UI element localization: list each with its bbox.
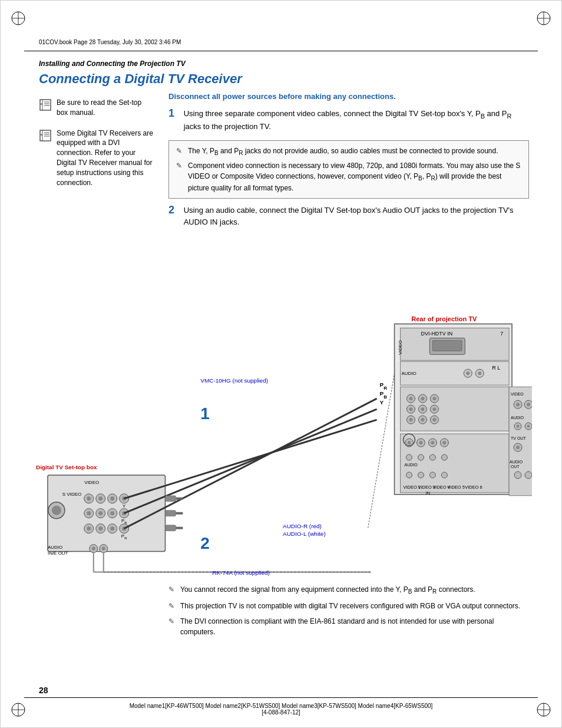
svg-rect-106	[48, 475, 166, 552]
svg-point-83	[441, 472, 447, 478]
svg-point-53	[432, 407, 436, 411]
svg-point-119	[87, 511, 91, 515]
svg-point-49	[409, 407, 412, 411]
svg-rect-148	[176, 498, 183, 500]
bottom-border	[24, 697, 538, 698]
sidebar-note-1-text: Be sure to read the Set-top box manual.	[57, 98, 154, 118]
svg-line-144	[124, 420, 377, 499]
svg-point-98	[516, 446, 520, 449]
svg-text:AUDIO: AUDIO	[48, 545, 62, 550]
svg-text:IN: IN	[426, 490, 430, 496]
svg-line-146	[124, 398, 377, 528]
pencil-icon-2: ✎	[176, 160, 186, 171]
svg-point-77	[429, 454, 435, 460]
svg-text:RK-74A (not supplied): RK-74A (not supplied)	[212, 569, 270, 576]
svg-point-123	[110, 511, 114, 515]
sidebar-note-2: Some Digital TV Receivers are equipped w…	[39, 129, 154, 188]
svg-point-55	[409, 418, 412, 421]
svg-text:VIDEO: VIDEO	[511, 392, 524, 396]
svg-point-76	[418, 454, 424, 460]
pencil-icon-bn2: ✎	[168, 601, 178, 611]
step-2-text: Using an audio cable, connect the Digita…	[184, 205, 529, 228]
svg-rect-152	[176, 527, 183, 529]
note-box-line-1: ✎ The Y, PB and PR jacks do not provide …	[176, 146, 521, 157]
svg-point-68	[407, 441, 411, 444]
svg-point-37	[478, 371, 481, 375]
page-number: 28	[39, 686, 48, 695]
corner-tr-decoration	[535, 9, 553, 27]
sidebar-note-2-text: Some Digital TV Receivers are equipped w…	[57, 129, 154, 188]
svg-point-57	[421, 418, 424, 421]
footer-code: [4-088-847-12]	[262, 709, 300, 716]
note-book-icon-1	[39, 98, 52, 111]
svg-text:DVI-HDTV IN: DVI-HDTV IN	[421, 331, 452, 337]
svg-point-112	[98, 496, 103, 500]
svg-point-70	[419, 441, 422, 444]
svg-point-102	[525, 472, 532, 479]
svg-point-114	[110, 496, 114, 500]
svg-text:OUT: OUT	[511, 465, 520, 469]
svg-point-137	[52, 506, 61, 515]
diagram-container: Rear of projection TV DVI-HDTV IN 7 VIDE…	[30, 313, 532, 578]
svg-point-47	[432, 397, 436, 400]
footer-models: Model name1[KP-46WT500] Model name2[KP-5…	[130, 703, 433, 709]
digital-tv-label: Digital TV Set-top box	[36, 464, 97, 470]
svg-rect-29	[432, 340, 462, 351]
footer: Model name1[KP-46WT500] Model name2[KP-5…	[1, 703, 561, 716]
bottom-note-3: ✎ The DVI connection is compliant with t…	[168, 616, 529, 637]
svg-point-43	[409, 397, 412, 400]
vmc-label: VMC-10HG (not supplied)	[200, 377, 268, 384]
svg-point-78	[441, 454, 447, 460]
breadcrumb: Installing and Connecting the Projection…	[39, 60, 186, 68]
svg-rect-147	[165, 496, 176, 502]
svg-point-74	[442, 441, 446, 444]
file-info: 01COV.book Page 28 Tuesday, July 30, 200…	[39, 39, 181, 45]
svg-point-35	[466, 371, 470, 375]
sidebar-note-1: Be sure to read the Set-top box manual.	[39, 98, 154, 118]
main-content: Disconnect all power sources before maki…	[168, 92, 529, 236]
bottom-notes: ✎ You cannot record the signal from any …	[168, 584, 529, 642]
left-sidebar: Be sure to read the Set-top box manual. …	[39, 98, 154, 198]
svg-point-51	[421, 407, 424, 411]
svg-rect-149	[165, 510, 176, 516]
svg-point-141	[92, 547, 95, 551]
svg-point-82	[429, 472, 435, 478]
svg-point-132	[110, 526, 114, 531]
svg-point-59	[432, 418, 436, 421]
svg-rect-17	[40, 103, 42, 105]
pencil-icon-bn3: ✎	[168, 616, 178, 627]
svg-point-101	[514, 472, 521, 479]
svg-text:AUDIO: AUDIO	[510, 460, 523, 464]
bottom-note-2: ✎ This projection TV is not compatible w…	[168, 601, 529, 611]
svg-text:R        L: R L	[492, 365, 500, 371]
step-1: 1 Using three separate component video c…	[168, 108, 529, 132]
svg-text:PB: PB	[380, 390, 388, 400]
svg-text:7: 7	[500, 331, 503, 337]
top-border	[24, 51, 538, 51]
svg-text:1: 1	[200, 404, 210, 423]
svg-text:VIDEO 5: VIDEO 5	[447, 485, 464, 490]
note-book-icon-2	[39, 129, 52, 142]
note-box-text-1: The Y, PB and PR jacks do not provide au…	[188, 146, 498, 157]
svg-point-90	[527, 403, 530, 406]
bottom-note-1: ✎ You cannot record the signal from any …	[168, 584, 529, 596]
svg-point-72	[431, 441, 434, 444]
svg-text:2: 2	[200, 534, 210, 552]
svg-text:VIDEO: VIDEO	[398, 340, 403, 355]
step-1-text: Using three separate component video cab…	[184, 108, 529, 132]
svg-text:Y: Y	[123, 503, 126, 509]
svg-point-110	[87, 496, 91, 500]
bottom-note-3-text: The DVI connection is compliant with the…	[180, 616, 529, 637]
warning-text: Disconnect all power sources before maki…	[168, 92, 529, 101]
diagram-svg: Rear of projection TV DVI-HDTV IN 7 VIDE…	[30, 313, 532, 578]
svg-point-128	[87, 526, 91, 531]
svg-text:AUDIO: AUDIO	[405, 463, 418, 467]
svg-text:Y: Y	[380, 399, 384, 406]
svg-text:AUDIO-L (white): AUDIO-L (white)	[283, 531, 326, 537]
step-2: 2 Using an audio cable, connect the Digi…	[168, 205, 529, 228]
step-2-number: 2	[168, 204, 181, 216]
bottom-note-2-text: This projection TV is not compatible wit…	[180, 601, 520, 611]
svg-text:TV OUT: TV OUT	[511, 436, 526, 440]
svg-point-75	[406, 454, 412, 460]
svg-point-95	[527, 425, 530, 428]
